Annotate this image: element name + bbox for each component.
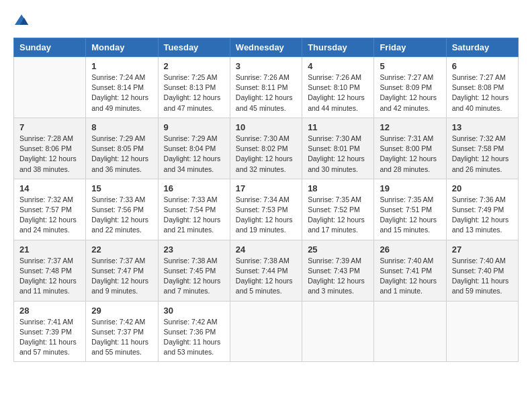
- calendar-day-cell: 24Sunrise: 7:38 AM Sunset: 7:44 PM Dayli…: [230, 240, 302, 301]
- day-info: Sunrise: 7:42 AM Sunset: 7:36 PM Dayligh…: [164, 317, 224, 358]
- day-number: 29: [91, 306, 152, 316]
- day-info: Sunrise: 7:35 AM Sunset: 7:52 PM Dayligh…: [308, 195, 368, 236]
- day-number: 5: [380, 61, 440, 71]
- day-info: Sunrise: 7:36 AM Sunset: 7:49 PM Dayligh…: [452, 195, 513, 236]
- calendar-header: SundayMondayTuesdayWednesdayThursdayFrid…: [14, 38, 519, 57]
- calendar-day-cell: [230, 301, 302, 362]
- day-header-sunday: Sunday: [14, 38, 86, 57]
- calendar-day-cell: 26Sunrise: 7:40 AM Sunset: 7:41 PM Dayli…: [374, 240, 446, 301]
- day-number: 21: [19, 244, 80, 255]
- day-info: Sunrise: 7:29 AM Sunset: 8:04 PM Dayligh…: [164, 134, 224, 175]
- day-number: 9: [164, 122, 224, 132]
- day-info: Sunrise: 7:30 AM Sunset: 8:02 PM Dayligh…: [236, 134, 296, 175]
- day-header-thursday: Thursday: [302, 38, 374, 57]
- day-number: 3: [236, 61, 296, 71]
- calendar-day-cell: 22Sunrise: 7:37 AM Sunset: 7:47 PM Dayli…: [86, 240, 158, 301]
- day-info: Sunrise: 7:33 AM Sunset: 7:56 PM Dayligh…: [91, 195, 152, 236]
- day-number: 11: [308, 122, 368, 132]
- day-number: 1: [91, 61, 152, 71]
- day-info: Sunrise: 7:32 AM Sunset: 7:57 PM Dayligh…: [19, 195, 80, 236]
- day-number: 14: [19, 183, 80, 193]
- calendar-day-cell: 20Sunrise: 7:36 AM Sunset: 7:49 PM Dayli…: [446, 179, 518, 240]
- calendar-day-cell: 18Sunrise: 7:35 AM Sunset: 7:52 PM Dayli…: [302, 179, 374, 240]
- calendar-day-cell: 3Sunrise: 7:26 AM Sunset: 8:11 PM Daylig…: [230, 57, 302, 118]
- day-number: 28: [19, 306, 80, 316]
- calendar-day-cell: 15Sunrise: 7:33 AM Sunset: 7:56 PM Dayli…: [86, 179, 158, 240]
- day-info: Sunrise: 7:38 AM Sunset: 7:44 PM Dayligh…: [236, 256, 296, 297]
- day-number: 12: [380, 122, 440, 132]
- calendar-day-cell: 28Sunrise: 7:41 AM Sunset: 7:39 PM Dayli…: [14, 301, 86, 362]
- day-info: Sunrise: 7:40 AM Sunset: 7:41 PM Dayligh…: [380, 256, 440, 297]
- calendar-day-cell: 21Sunrise: 7:37 AM Sunset: 7:48 PM Dayli…: [14, 240, 86, 301]
- day-info: Sunrise: 7:38 AM Sunset: 7:45 PM Dayligh…: [164, 256, 224, 297]
- calendar-day-cell: 25Sunrise: 7:39 AM Sunset: 7:43 PM Dayli…: [302, 240, 374, 301]
- day-info: Sunrise: 7:29 AM Sunset: 8:05 PM Dayligh…: [91, 134, 152, 175]
- calendar-table: SundayMondayTuesdayWednesdayThursdayFrid…: [13, 38, 519, 362]
- calendar-day-cell: 19Sunrise: 7:35 AM Sunset: 7:51 PM Dayli…: [374, 179, 446, 240]
- day-number: 22: [91, 244, 152, 255]
- day-info: Sunrise: 7:42 AM Sunset: 7:37 PM Dayligh…: [91, 317, 152, 358]
- calendar-week-row: 1Sunrise: 7:24 AM Sunset: 8:14 PM Daylig…: [14, 57, 519, 118]
- day-number: 26: [380, 244, 440, 255]
- calendar-day-cell: 7Sunrise: 7:28 AM Sunset: 8:06 PM Daylig…: [14, 118, 86, 179]
- day-number: 7: [19, 122, 80, 132]
- day-info: Sunrise: 7:30 AM Sunset: 8:01 PM Dayligh…: [308, 134, 368, 175]
- day-number: 10: [236, 122, 296, 132]
- day-header-tuesday: Tuesday: [158, 38, 230, 57]
- day-number: 18: [308, 183, 368, 193]
- calendar-day-cell: [374, 301, 446, 362]
- day-header-saturday: Saturday: [446, 38, 518, 57]
- day-number: 23: [164, 244, 224, 255]
- calendar-day-cell: 6Sunrise: 7:27 AM Sunset: 8:08 PM Daylig…: [446, 57, 518, 118]
- day-info: Sunrise: 7:28 AM Sunset: 8:06 PM Dayligh…: [19, 134, 80, 175]
- calendar-week-row: 28Sunrise: 7:41 AM Sunset: 7:39 PM Dayli…: [14, 301, 519, 362]
- logo: [13, 13, 32, 27]
- day-header-friday: Friday: [374, 38, 446, 57]
- day-number: 13: [452, 122, 513, 132]
- calendar-week-row: 21Sunrise: 7:37 AM Sunset: 7:48 PM Dayli…: [14, 240, 519, 301]
- calendar-day-cell: 23Sunrise: 7:38 AM Sunset: 7:45 PM Dayli…: [158, 240, 230, 301]
- calendar-day-cell: 11Sunrise: 7:30 AM Sunset: 8:01 PM Dayli…: [302, 118, 374, 179]
- calendar-day-cell: 16Sunrise: 7:33 AM Sunset: 7:54 PM Dayli…: [158, 179, 230, 240]
- calendar-day-cell: 12Sunrise: 7:31 AM Sunset: 8:00 PM Dayli…: [374, 118, 446, 179]
- page-header: [13, 13, 519, 27]
- day-number: 19: [380, 183, 440, 193]
- day-header-monday: Monday: [86, 38, 158, 57]
- day-info: Sunrise: 7:34 AM Sunset: 7:53 PM Dayligh…: [236, 195, 296, 236]
- calendar-week-row: 14Sunrise: 7:32 AM Sunset: 7:57 PM Dayli…: [14, 179, 519, 240]
- calendar-day-cell: 5Sunrise: 7:27 AM Sunset: 8:09 PM Daylig…: [374, 57, 446, 118]
- day-info: Sunrise: 7:26 AM Sunset: 8:11 PM Dayligh…: [236, 73, 296, 113]
- calendar-day-cell: 10Sunrise: 7:30 AM Sunset: 8:02 PM Dayli…: [230, 118, 302, 179]
- day-number: 6: [452, 61, 513, 71]
- day-number: 30: [164, 306, 224, 316]
- calendar-day-cell: 13Sunrise: 7:32 AM Sunset: 7:58 PM Dayli…: [446, 118, 518, 179]
- calendar-day-cell: 8Sunrise: 7:29 AM Sunset: 8:05 PM Daylig…: [86, 118, 158, 179]
- day-info: Sunrise: 7:26 AM Sunset: 8:10 PM Dayligh…: [308, 73, 368, 113]
- calendar-day-cell: [302, 301, 374, 362]
- day-info: Sunrise: 7:32 AM Sunset: 7:58 PM Dayligh…: [452, 134, 513, 175]
- day-info: Sunrise: 7:24 AM Sunset: 8:14 PM Dayligh…: [91, 73, 152, 113]
- day-info: Sunrise: 7:39 AM Sunset: 7:43 PM Dayligh…: [308, 256, 368, 297]
- day-info: Sunrise: 7:40 AM Sunset: 7:40 PM Dayligh…: [452, 256, 513, 297]
- day-number: 4: [308, 61, 368, 71]
- day-info: Sunrise: 7:37 AM Sunset: 7:47 PM Dayligh…: [91, 256, 152, 297]
- calendar-day-cell: 14Sunrise: 7:32 AM Sunset: 7:57 PM Dayli…: [14, 179, 86, 240]
- day-number: 17: [236, 183, 296, 193]
- day-number: 20: [452, 183, 513, 193]
- day-number: 16: [164, 183, 224, 193]
- day-info: Sunrise: 7:37 AM Sunset: 7:48 PM Dayligh…: [19, 256, 80, 297]
- day-number: 27: [452, 244, 513, 255]
- calendar-day-cell: 2Sunrise: 7:25 AM Sunset: 8:13 PM Daylig…: [158, 57, 230, 118]
- calendar-day-cell: 27Sunrise: 7:40 AM Sunset: 7:40 PM Dayli…: [446, 240, 518, 301]
- calendar-day-cell: 9Sunrise: 7:29 AM Sunset: 8:04 PM Daylig…: [158, 118, 230, 179]
- day-info: Sunrise: 7:31 AM Sunset: 8:00 PM Dayligh…: [380, 134, 440, 175]
- calendar-day-cell: 29Sunrise: 7:42 AM Sunset: 7:37 PM Dayli…: [86, 301, 158, 362]
- day-info: Sunrise: 7:27 AM Sunset: 8:09 PM Dayligh…: [380, 73, 440, 113]
- calendar-week-row: 7Sunrise: 7:28 AM Sunset: 8:06 PM Daylig…: [14, 118, 519, 179]
- day-number: 2: [164, 61, 224, 71]
- day-info: Sunrise: 7:27 AM Sunset: 8:08 PM Dayligh…: [452, 73, 513, 113]
- day-info: Sunrise: 7:35 AM Sunset: 7:51 PM Dayligh…: [380, 195, 440, 236]
- day-header-wednesday: Wednesday: [230, 38, 302, 57]
- calendar-day-cell: [446, 301, 518, 362]
- day-info: Sunrise: 7:25 AM Sunset: 8:13 PM Dayligh…: [164, 73, 224, 113]
